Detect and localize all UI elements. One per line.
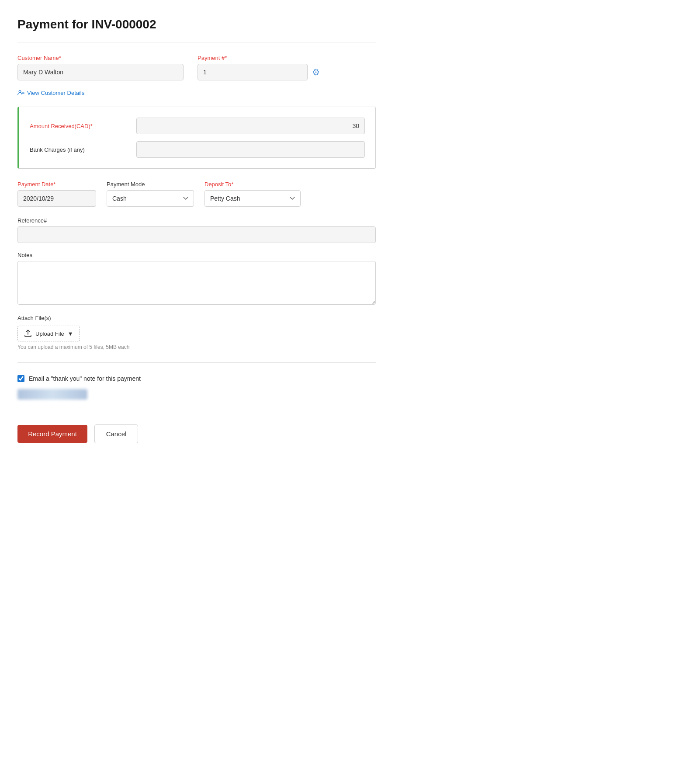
amount-received-row: Amount Received(CAD)* (30, 118, 365, 134)
notes-textarea[interactable] (17, 261, 376, 305)
bank-charges-row: Bank Charges (if any) (30, 141, 365, 158)
view-customer-link[interactable]: View Customer Details (17, 89, 376, 96)
notes-label: Notes (17, 252, 376, 258)
customer-name-group: Customer Name* (17, 55, 184, 80)
payment-num-input[interactable] (198, 64, 308, 80)
upload-icon (24, 330, 32, 337)
payment-date-label: Payment Date* (17, 181, 96, 188)
deposit-to-group: Deposit To* Petty Cash Checking Account … (204, 181, 301, 207)
bottom-divider (17, 412, 376, 412)
payment-date-input[interactable] (17, 190, 96, 207)
deposit-to-select[interactable]: Petty Cash Checking Account Savings Acco… (204, 190, 301, 207)
payment-num-label: Payment #* (198, 55, 320, 61)
payment-num-group: Payment #* ⚙ (198, 55, 320, 80)
upload-file-button[interactable]: Upload File ▼ (17, 326, 80, 341)
attach-label: Attach File(s) (17, 315, 376, 321)
payment-num-wrapper: ⚙ (198, 64, 320, 80)
email-thank-you-label: Email a "thank you" note for this paymen… (29, 375, 141, 382)
bank-charges-label: Bank Charges (if any) (30, 146, 126, 153)
upload-hint: You can upload a maximum of 5 files, 5MB… (17, 344, 376, 350)
amount-received-label: Amount Received(CAD)* (30, 123, 126, 129)
email-checkbox-row: Email a "thank you" note for this paymen… (17, 375, 376, 382)
upload-file-label: Upload File (35, 330, 64, 337)
reference-label: Reference# (17, 217, 376, 224)
reference-input[interactable] (17, 226, 376, 243)
payment-mode-select[interactable]: Cash Check Credit Card Bank Transfer (107, 190, 194, 207)
customer-payment-row: Customer Name* Payment #* ⚙ (17, 55, 376, 80)
email-thank-you-checkbox[interactable] (17, 375, 24, 382)
user-details-icon (17, 89, 24, 96)
upload-dropdown-arrow: ▼ (68, 330, 73, 337)
date-mode-deposit-row: Payment Date* Payment Mode Cash Check Cr… (17, 181, 376, 207)
svg-point-0 (19, 90, 21, 93)
payment-date-group: Payment Date* (17, 181, 96, 207)
bank-charges-input[interactable] (136, 141, 365, 158)
payment-mode-label: Payment Mode (107, 181, 194, 188)
top-divider (17, 42, 376, 42)
middle-divider (17, 362, 376, 363)
amount-section: Amount Received(CAD)* Bank Charges (if a… (17, 107, 376, 169)
payment-mode-group: Payment Mode Cash Check Credit Card Bank… (107, 181, 194, 207)
notes-group: Notes (17, 252, 376, 306)
record-payment-button[interactable]: Record Payment (17, 425, 87, 443)
action-row: Record Payment Cancel (17, 424, 376, 443)
customer-name-input[interactable] (17, 64, 184, 80)
deposit-to-label: Deposit To* (204, 181, 301, 188)
gear-icon[interactable]: ⚙ (312, 67, 320, 77)
blurred-email-preview (17, 389, 87, 400)
amount-received-input[interactable] (136, 118, 365, 134)
cancel-button[interactable]: Cancel (94, 424, 138, 443)
view-customer-text: View Customer Details (27, 90, 84, 96)
reference-group: Reference# (17, 217, 376, 243)
page-title: Payment for INV-000002 (17, 17, 376, 31)
attach-section: Attach File(s) Upload File ▼ You can upl… (17, 315, 376, 350)
customer-name-label: Customer Name* (17, 55, 184, 61)
